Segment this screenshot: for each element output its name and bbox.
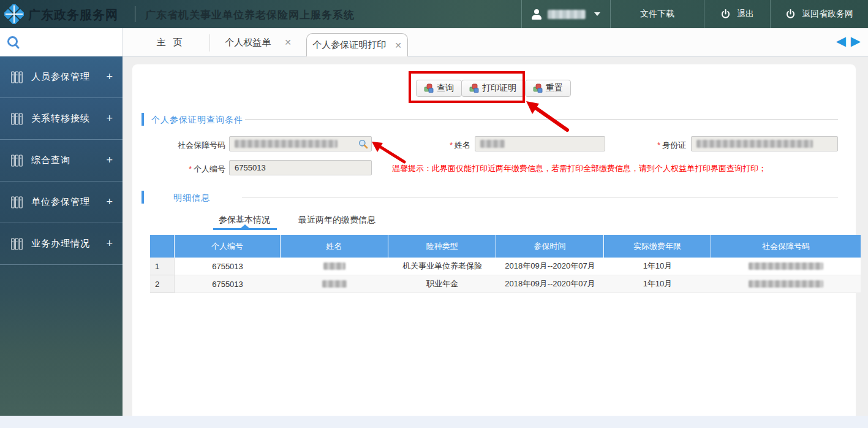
tab-home-label: 主 页 xyxy=(156,37,184,48)
app-header: 广东政务服务网 广东省机关事业单位养老保险网上服务系统 文件下载 退出 xyxy=(0,0,868,28)
tab-bar-border xyxy=(123,56,868,56)
expand-icon[interactable]: + xyxy=(106,154,113,167)
ssn-input[interactable] xyxy=(229,136,372,151)
row-number: 1 xyxy=(150,258,175,275)
print-button-label: 打印证明 xyxy=(482,83,516,94)
query-button-label: 查询 xyxy=(437,83,454,94)
cubes-icon xyxy=(424,83,434,93)
cell-insurance-type: 职业年金 xyxy=(388,275,496,293)
personal-no-input[interactable]: 6755013 xyxy=(229,160,372,175)
expand-icon[interactable]: + xyxy=(106,196,113,208)
idcard-input[interactable] xyxy=(691,136,838,151)
back-to-portal-button[interactable]: 返回省政务网 xyxy=(770,0,868,28)
active-tab-caret xyxy=(241,224,249,228)
tab-active-label: 个人参保证明打印 xyxy=(312,39,386,51)
archive-icon xyxy=(11,238,23,250)
cell-name-masked xyxy=(281,258,388,275)
tab-scroll-right-icon[interactable]: ▶ xyxy=(851,34,861,48)
tab-scroll-arrows: ◀ ▶ xyxy=(836,34,861,48)
idcard-value-masked xyxy=(696,140,813,148)
detail-section-title: 明细信息 xyxy=(173,193,210,204)
table-row[interactable]: 2 6755013 职业年金 2018年09月--2020年07月 1年10月 xyxy=(150,275,861,293)
close-icon[interactable]: ✕ xyxy=(394,40,402,50)
power-icon xyxy=(785,9,796,20)
table-row[interactable]: 1 6755013 机关事业单位养老保险 2018年09月--2020年07月 … xyxy=(150,258,861,275)
tab-home[interactable]: 主 页 xyxy=(132,28,209,56)
tab-insurance-certificate-print[interactable]: 个人参保证明打印 ✕ xyxy=(306,33,408,56)
reset-button-label: 重置 xyxy=(546,83,563,94)
close-icon[interactable]: ✕ xyxy=(284,37,292,47)
page-title: 广东省机关事业单位养老保险网上服务系统 xyxy=(145,8,355,22)
archive-icon xyxy=(11,155,23,167)
table-header-insurance-type: 险种类型 xyxy=(388,235,496,258)
cubes-icon xyxy=(469,83,479,93)
sidebar-menu: 人员参保管理 + 关系转移接续 + xyxy=(0,56,123,265)
cell-personal-no: 6755013 xyxy=(175,275,281,293)
cell-name-masked xyxy=(281,275,388,293)
cell-insurance-type: 机关事业单位养老保险 xyxy=(388,258,496,275)
user-name-masked xyxy=(548,10,586,19)
cell-period: 2018年09月--2020年07月 xyxy=(496,258,604,275)
tab-recent-payments[interactable]: 最近两年的缴费信息 xyxy=(298,215,376,226)
idcard-label: *身份证 xyxy=(619,140,686,151)
sidebar: 人员参保管理 + 关系转移接续 + xyxy=(0,28,123,416)
ssn-label: 社会保障号码 xyxy=(146,140,225,151)
sidebar-item-label: 业务办理情况 xyxy=(31,238,90,250)
cell-paid-years: 1年10月 xyxy=(604,275,711,293)
tab-personal-rights[interactable]: 个人权益单 ✕ xyxy=(210,28,306,56)
table-header-row: 个人编号 姓名 险种类型 参保时间 实际缴费年限 社会保障号码 xyxy=(150,235,861,258)
section-accent-bar xyxy=(142,113,144,126)
print-certificate-button[interactable]: 打印证明 xyxy=(461,80,524,97)
brand-title: 广东政务服务网 xyxy=(28,7,118,23)
archive-icon xyxy=(11,113,23,125)
expand-icon[interactable]: + xyxy=(106,71,113,83)
name-value-masked xyxy=(480,140,505,148)
sidebar-item-label: 单位参保管理 xyxy=(31,196,90,208)
file-download-label: 文件下载 xyxy=(640,9,674,20)
file-download-button[interactable]: 文件下载 xyxy=(610,0,704,28)
sidebar-item-label: 关系转移接续 xyxy=(31,113,90,124)
logout-button[interactable]: 退出 xyxy=(704,0,770,28)
user-menu[interactable] xyxy=(521,0,610,28)
query-button[interactable]: 查询 xyxy=(416,80,462,97)
sidebar-item-business-status[interactable]: 业务办理情况 + xyxy=(0,223,123,265)
query-section-title: 个人参保证明查询条件 xyxy=(151,115,243,126)
archive-icon xyxy=(11,196,23,208)
expand-icon[interactable]: + xyxy=(106,112,113,125)
chevron-down-icon xyxy=(594,12,600,16)
sidebar-item-relation-transfer[interactable]: 关系转移接续 + xyxy=(0,98,123,140)
search-icon xyxy=(6,35,21,50)
cell-paid-years: 1年10月 xyxy=(604,258,711,275)
tab-bar: 主 页 个人权益单 ✕ 个人参保证明打印 ✕ xyxy=(123,28,868,56)
header-menu: 文件下载 退出 返回省政务网 xyxy=(521,0,868,28)
sidebar-item-comprehensive-query[interactable]: 综合查询 + xyxy=(0,140,123,182)
name-input[interactable] xyxy=(475,136,605,151)
table-header-personal-no: 个人编号 xyxy=(175,235,281,258)
table-header-name: 姓名 xyxy=(281,235,388,258)
sidebar-search-input[interactable] xyxy=(0,28,123,56)
tab-scroll-left-icon[interactable]: ◀ xyxy=(836,34,846,48)
warm-hint-text: 温馨提示：此界面仅能打印近两年缴费信息，若需打印全部缴费信息，请到个人权益单打印… xyxy=(392,163,766,174)
reset-button[interactable]: 重置 xyxy=(525,80,571,97)
section-accent-bar xyxy=(142,191,144,204)
cell-ssn-masked xyxy=(711,275,861,293)
insurance-table: 个人编号 姓名 险种类型 参保时间 实际缴费年限 社会保障号码 1 675501… xyxy=(150,235,861,293)
sidebar-item-personnel-insurance[interactable]: 人员参保管理 + xyxy=(0,56,123,98)
logout-label: 退出 xyxy=(737,9,754,20)
table-header-period: 参保时间 xyxy=(496,235,604,258)
active-tab-underline xyxy=(213,228,277,230)
personal-no-value: 6755013 xyxy=(235,163,266,172)
header-divider xyxy=(135,6,135,22)
table-header-paid-years: 实际缴费年限 xyxy=(604,235,711,258)
row-number: 2 xyxy=(150,275,175,293)
cubes-icon xyxy=(533,83,543,93)
personal-no-label: *个人编号 xyxy=(146,164,225,175)
ssn-value-masked xyxy=(235,140,338,148)
name-label: *姓名 xyxy=(404,140,470,151)
page-root: 广东政务服务网 广东省机关事业单位养老保险网上服务系统 文件下载 退出 xyxy=(0,0,868,428)
cell-ssn-masked xyxy=(711,258,861,275)
expand-icon[interactable]: + xyxy=(106,237,113,250)
tab-rights-label: 个人权益单 xyxy=(225,37,271,48)
sidebar-item-unit-insurance[interactable]: 单位参保管理 + xyxy=(0,182,123,223)
lookup-magnifier-icon[interactable] xyxy=(358,139,368,149)
